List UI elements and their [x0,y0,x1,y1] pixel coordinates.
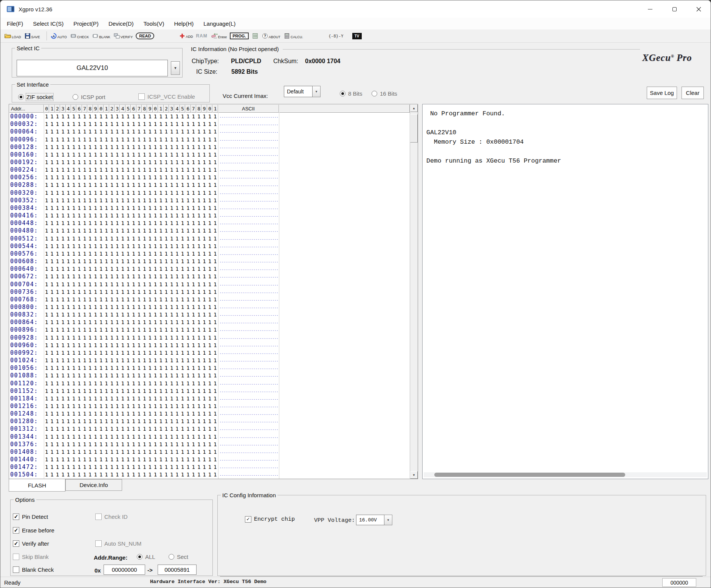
hex-bit-cell[interactable]: 1 [136,327,142,333]
hex-bit-cell[interactable]: 1 [60,273,65,279]
hex-bit-cell[interactable]: 1 [164,152,169,158]
hex-bit-cell[interactable]: 1 [142,342,147,348]
hex-bit-cell[interactable]: 1 [164,388,169,394]
erase-before-checkbox[interactable]: Erase before [13,527,54,534]
hex-bit-cell[interactable]: 1 [49,296,54,303]
hex-bit-cell[interactable]: 1 [147,304,152,310]
hex-bit-cell[interactable]: 1 [120,327,125,333]
hex-bit-cell[interactable]: 1 [82,426,87,432]
hex-bit-cell[interactable]: 1 [66,372,71,379]
hex-bit-cell[interactable]: 1 [55,220,60,226]
hex-bit-cell[interactable]: 1 [191,312,196,318]
hex-bit-cell[interactable]: 1 [131,335,136,341]
hex-bit-cell[interactable]: 1 [136,312,142,318]
hex-bit-cell[interactable]: 1 [142,388,147,394]
hex-bit-cell[interactable]: 1 [196,197,201,203]
hex-bit-cell[interactable]: 1 [82,449,87,455]
hex-bit-cell[interactable]: 1 [120,144,125,150]
hex-bit-cell[interactable]: 1 [196,152,201,158]
hex-bit-cell[interactable]: 1 [164,441,169,447]
hex-bit-cell[interactable]: 1 [212,273,218,279]
hex-bit-cell[interactable]: 1 [120,304,125,310]
tab-flash[interactable]: FLASH [9,479,65,492]
hex-bit-cell[interactable]: 1 [158,411,163,417]
hex-bit-cell[interactable]: 1 [125,251,131,257]
hex-bit-cell[interactable]: 1 [180,411,185,417]
hex-bit-cell[interactable]: 1 [93,396,98,402]
hex-bit-cell[interactable]: 1 [180,152,185,158]
hex-bit-cell[interactable]: 1 [98,449,104,455]
maximize-button[interactable] [662,0,686,18]
hex-bit-cell[interactable]: 1 [104,372,109,379]
hex-bit-cell[interactable]: 1 [115,182,120,188]
hex-bit-cell[interactable]: 1 [82,213,87,219]
hex-bit-cell[interactable]: 1 [66,312,71,318]
hex-bit-cell[interactable]: 1 [60,144,65,150]
hex-bit-cell[interactable]: 1 [109,312,115,318]
hex-bit-cell[interactable]: 1 [76,335,82,341]
hex-bit-cell[interactable]: 1 [49,312,54,318]
hex-bit-cell[interactable]: 1 [131,350,136,356]
hex-bit-cell[interactable]: 1 [93,441,98,447]
hex-bit-cell[interactable]: 1 [66,289,71,295]
hex-bit-cell[interactable]: 1 [98,174,104,180]
hex-bit-cell[interactable]: 1 [174,289,180,295]
hex-bit-cell[interactable]: 1 [98,434,104,440]
hex-bit-cell[interactable]: 1 [44,372,49,379]
hex-bit-cell[interactable]: 1 [49,243,54,249]
hex-bit-cell[interactable]: 1 [109,159,115,165]
hex-bit-cell[interactable]: 1 [212,113,218,119]
hex-bit-cell[interactable]: 1 [180,388,185,394]
hex-bit-cell[interactable]: 1 [180,304,185,310]
hex-row[interactable]: 001120:11111111111111111111111111111111.… [9,379,410,387]
hex-bit-cell[interactable]: 1 [201,319,207,325]
hex-bit-cell[interactable]: 1 [55,236,60,242]
hex-bit-cell[interactable]: 1 [98,167,104,173]
hex-row[interactable]: 000640:11111111111111111111111111111111.… [9,265,410,273]
hex-bit-cell[interactable]: 1 [174,129,180,135]
hex-bit-cell[interactable]: 1 [98,159,104,165]
hex-bit-cell[interactable]: 1 [66,266,71,272]
hex-bit-cell[interactable]: 1 [164,396,169,402]
hex-bit-cell[interactable]: 1 [207,403,212,409]
hex-bit-cell[interactable]: 1 [207,258,212,264]
hex-bit-cell[interactable]: 1 [55,289,60,295]
hex-bit-cell[interactable]: 1 [174,418,180,424]
hex-bit-cell[interactable]: 1 [207,236,212,242]
hex-bit-cell[interactable]: 1 [55,312,60,318]
hex-bit-cell[interactable]: 1 [82,418,87,424]
hex-bit-cell[interactable]: 1 [174,342,180,348]
hex-bit-cell[interactable]: 1 [109,396,115,402]
hex-bit-cell[interactable]: 1 [87,304,93,310]
hex-bit-cell[interactable]: 1 [76,251,82,257]
hex-bit-cell[interactable]: 1 [66,456,71,462]
hex-bit-cell[interactable]: 1 [66,327,71,333]
hex-bit-cell[interactable]: 1 [71,113,76,119]
hex-bit-cell[interactable]: 1 [115,213,120,219]
hex-bit-cell[interactable]: 1 [115,411,120,417]
tab-deviceinfo[interactable]: Device.Info [65,479,122,491]
hex-bit-cell[interactable]: 1 [169,167,174,173]
hex-bit-cell[interactable]: 1 [66,396,71,402]
hex-bit-cell[interactable]: 1 [174,121,180,127]
hex-bit-cell[interactable]: 1 [125,388,131,394]
hex-row[interactable]: 001024:11111111111111111111111111111111.… [9,357,410,364]
hex-bit-cell[interactable]: 1 [131,312,136,318]
hex-bit-cell[interactable]: 1 [87,441,93,447]
hex-bit-cell[interactable]: 1 [207,190,212,196]
hex-bit-cell[interactable]: 1 [76,121,82,127]
hex-bit-cell[interactable]: 1 [87,372,93,379]
hex-bit-cell[interactable]: 1 [120,456,125,462]
hex-bit-cell[interactable]: 1 [169,281,174,287]
hex-bit-cell[interactable]: 1 [153,441,158,447]
hex-bit-cell[interactable]: 1 [158,205,163,211]
hex-bit-cell[interactable]: 1 [185,456,191,462]
hex-bit-cell[interactable]: 1 [125,426,131,432]
hex-bit-cell[interactable]: 1 [131,144,136,150]
hex-bit-cell[interactable]: 1 [120,258,125,264]
hex-bit-cell[interactable]: 1 [207,167,212,173]
hex-bit-cell[interactable]: 1 [142,174,147,180]
hex-bit-cell[interactable]: 1 [153,449,158,455]
hex-bit-cell[interactable]: 1 [185,388,191,394]
hex-bit-cell[interactable]: 1 [147,228,152,234]
